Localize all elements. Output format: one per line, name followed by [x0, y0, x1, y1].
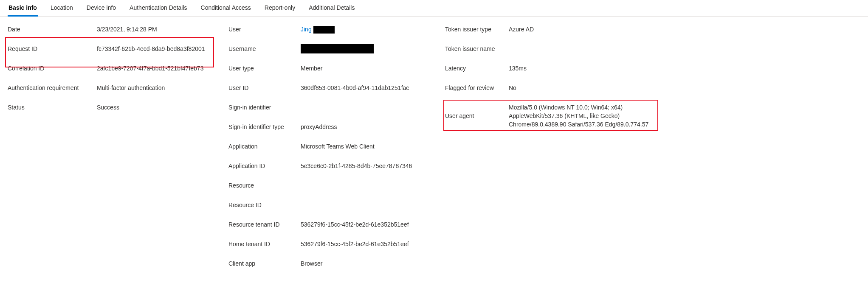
row-user: User Jing: [228, 22, 445, 42]
row-username: Username: [228, 42, 445, 62]
tab-additional-details[interactable]: Additional Details: [308, 2, 355, 17]
value-user-id: 360df853-0081-4b0d-af94-11dab1251fac: [301, 83, 445, 92]
row-flagged-for-review: Flagged for review No: [445, 81, 860, 101]
label-date: Date: [8, 24, 97, 34]
label-user-id: User ID: [228, 83, 301, 92]
label-home-tenant-id: Home tenant ID: [228, 239, 301, 248]
label-status: Status: [8, 102, 97, 112]
tab-location[interactable]: Location: [50, 2, 74, 17]
tab-report-only[interactable]: Report-only: [264, 2, 296, 17]
value-date: 3/23/2021, 9:14:28 PM: [97, 24, 228, 34]
value-application-id: 5e3ce6c0-2b1f-4285-8d4b-75ee78787346: [301, 161, 445, 170]
value-username: [301, 44, 445, 53]
row-user-id: User ID 360df853-0081-4b0d-af94-11dab125…: [228, 81, 445, 101]
label-resource-tenant-id: Resource tenant ID: [228, 219, 301, 229]
row-application-id: Application ID 5e3ce6c0-2b1f-4285-8d4b-7…: [228, 159, 445, 179]
row-token-issuer-type: Token issuer type Azure AD: [445, 22, 860, 42]
value-request-id: fc73342f-621b-4ecd-8da9-bed8a3f82001: [97, 44, 228, 53]
value-user: Jing: [301, 24, 445, 34]
label-latency: Latency: [445, 63, 509, 73]
label-flagged-for-review: Flagged for review: [445, 83, 509, 92]
details-panel: Date 3/23/2021, 9:14:28 PM Request ID fc…: [0, 17, 868, 285]
label-application-id: Application ID: [228, 161, 301, 170]
value-status: Success: [97, 102, 228, 112]
label-token-issuer-type: Token issuer type: [445, 24, 509, 34]
value-authentication-requirement: Multi-factor authentication: [97, 83, 228, 92]
row-correlation-id: Correlation ID 2afc1be9-7207-4f7a-bbd1-5…: [8, 62, 228, 81]
user-link[interactable]: Jing: [301, 26, 313, 33]
value-correlation-id: 2afc1be9-7207-4f7a-bbd1-521bf47feb73: [97, 63, 228, 73]
value-latency: 135ms: [509, 63, 662, 73]
details-column-1: Date 3/23/2021, 9:14:28 PM Request ID fc…: [8, 22, 228, 120]
value-application: Microsoft Teams Web Client: [301, 141, 445, 151]
row-user-type: User type Member: [228, 62, 445, 81]
tab-basic-info[interactable]: Basic info: [8, 2, 38, 17]
label-username: Username: [228, 44, 301, 53]
row-signin-identifier: Sign-in identifier: [228, 101, 445, 120]
label-signin-identifier-type: Sign-in identifier type: [228, 122, 301, 131]
label-authentication-requirement: Authentication requirement: [8, 83, 97, 92]
row-home-tenant-id: Home tenant ID 536279f6-15cc-45f2-be2d-6…: [228, 237, 445, 257]
details-column-3: Token issuer type Azure AD Token issuer …: [445, 22, 860, 130]
label-user-agent: User agent: [445, 111, 509, 120]
row-latency: Latency 135ms: [445, 62, 860, 81]
redacted-username: [301, 44, 374, 53]
row-request-id: Request ID fc73342f-621b-4ecd-8da9-bed8a…: [8, 42, 228, 62]
label-correlation-id: Correlation ID: [8, 63, 97, 73]
row-application: Application Microsoft Teams Web Client: [228, 140, 445, 159]
value-resource-tenant-id: 536279f6-15cc-45f2-be2d-61e352b51eef: [301, 219, 445, 229]
value-user-type: Member: [301, 63, 445, 73]
row-status: Status Success: [8, 101, 228, 120]
value-signin-identifier: [301, 102, 445, 103]
row-resource: Resource: [228, 179, 445, 198]
row-date: Date 3/23/2021, 9:14:28 PM: [8, 22, 228, 42]
value-token-issuer-type: Azure AD: [509, 24, 662, 34]
row-authentication-requirement: Authentication requirement Multi-factor …: [8, 81, 228, 101]
value-signin-identifier-type: proxyAddress: [301, 122, 445, 131]
value-token-issuer-name: [509, 44, 662, 45]
tab-device-info[interactable]: Device info: [86, 2, 117, 17]
value-resource: [301, 180, 445, 181]
redacted-user-lastname: [313, 26, 335, 34]
value-flagged-for-review: No: [509, 83, 662, 92]
row-signin-identifier-type: Sign-in identifier type proxyAddress: [228, 120, 445, 140]
label-resource: Resource: [228, 180, 301, 190]
tab-bar: Basic info Location Device info Authenti…: [0, 0, 868, 17]
value-user-agent: Mozilla/5.0 (Windows NT 10.0; Win64; x64…: [509, 102, 662, 129]
row-resource-id: Resource ID: [228, 198, 445, 218]
tab-authentication-details[interactable]: Authentication Details: [129, 2, 188, 17]
row-client-app: Client app Browser: [228, 257, 445, 276]
value-home-tenant-id: 536279f6-15cc-45f2-be2d-61e352b51eef: [301, 239, 445, 248]
tab-conditional-access[interactable]: Conditional Access: [200, 2, 252, 17]
row-user-agent: User agent Mozilla/5.0 (Windows NT 10.0;…: [445, 101, 860, 130]
label-user-type: User type: [228, 63, 301, 73]
label-request-id: Request ID: [8, 44, 97, 53]
row-token-issuer-name: Token issuer name: [445, 42, 860, 62]
value-client-app: Browser: [301, 258, 445, 268]
label-token-issuer-name: Token issuer name: [445, 44, 509, 53]
row-resource-tenant-id: Resource tenant ID 536279f6-15cc-45f2-be…: [228, 218, 445, 237]
label-user: User: [228, 24, 301, 34]
label-application: Application: [228, 141, 301, 151]
label-client-app: Client app: [228, 258, 301, 268]
label-resource-id: Resource ID: [228, 200, 301, 209]
value-resource-id: [301, 200, 445, 201]
details-column-2: User Jing Username User type Member User…: [228, 22, 445, 276]
label-signin-identifier: Sign-in identifier: [228, 102, 301, 112]
